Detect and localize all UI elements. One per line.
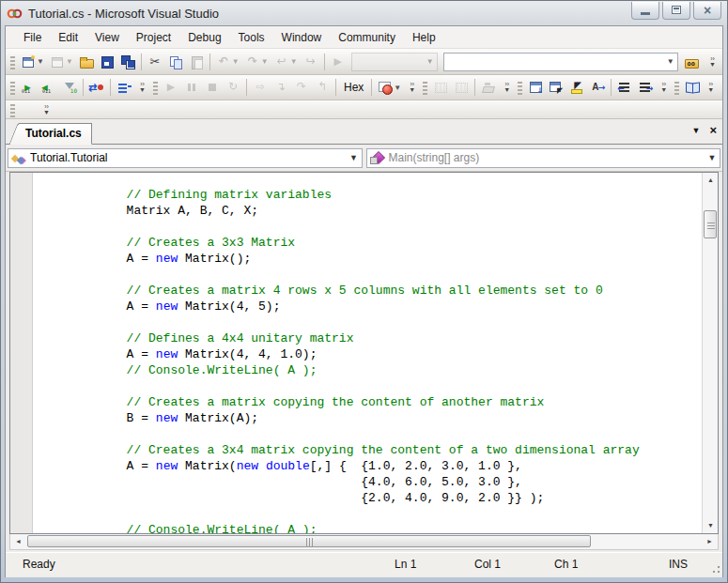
pointer-yellow-icon xyxy=(569,80,584,95)
chevron-down-icon: ▼ xyxy=(290,57,298,66)
breakpoints-toolbar-options-button[interactable]: ››▼ xyxy=(501,82,513,93)
vertical-scrollbar[interactable]: ▲ ▼ xyxy=(702,173,718,533)
menu-community[interactable]: Community xyxy=(330,28,404,47)
navigate-forward-button[interactable] xyxy=(302,53,320,71)
bookmarks-toolbar-options-button[interactable]: ››▼ xyxy=(705,82,717,93)
standard-toolbar-options-button[interactable]: ››▼ xyxy=(706,56,719,68)
chevron-down-icon[interactable]: ▼ xyxy=(705,153,720,162)
maximize-button[interactable] xyxy=(662,2,690,20)
scroll-left-icon[interactable]: ◄ xyxy=(10,534,26,549)
save-button[interactable] xyxy=(98,53,116,71)
menu-project[interactable]: Project xyxy=(128,28,179,47)
breakpoints-window-button[interactable] xyxy=(431,78,450,97)
redo-button[interactable]: ▼ xyxy=(243,53,271,71)
toggle-breakpoint-button[interactable] xyxy=(87,78,106,97)
cut-button[interactable] xyxy=(146,53,164,71)
resize-grip-icon[interactable] xyxy=(711,564,720,574)
class-icon xyxy=(11,150,26,165)
vertical-scrollbar-thumb[interactable] xyxy=(704,210,717,238)
undo-button[interactable]: ▼ xyxy=(214,53,241,71)
step-over-button[interactable] xyxy=(292,78,311,97)
show-next-statement-icon xyxy=(253,80,268,95)
copy-button[interactable] xyxy=(166,53,185,71)
find-combo[interactable]: ▼ xyxy=(443,53,678,71)
document-list-dropdown-icon[interactable]: ▼ xyxy=(691,126,700,135)
minimize-button[interactable] xyxy=(631,2,659,20)
select-pointer-button[interactable] xyxy=(567,78,586,97)
step-into-button[interactable] xyxy=(271,78,290,97)
bookmarks-button[interactable] xyxy=(683,78,702,97)
open-file-button[interactable] xyxy=(77,53,96,71)
font-button[interactable] xyxy=(588,78,607,97)
grid-icon xyxy=(433,80,448,95)
increase-indent-button[interactable] xyxy=(636,78,655,97)
break-all-button[interactable] xyxy=(182,78,201,97)
hex-arrow-in-button[interactable] xyxy=(19,78,38,97)
horizontal-scrollbar[interactable]: ◄ ► xyxy=(9,534,719,550)
menu-edit[interactable]: Edit xyxy=(50,28,86,47)
add-new-item-button[interactable]: ▼ xyxy=(48,53,75,71)
types-combo[interactable]: Tutorial.Tutorial ▼ xyxy=(8,148,363,168)
window-title: Tutorial.cs - Microsoft Visual Studio xyxy=(28,7,628,21)
menu-view[interactable]: View xyxy=(86,28,128,47)
scroll-right-icon[interactable]: ► xyxy=(702,534,718,549)
font-arrow-icon xyxy=(590,80,605,95)
filter-button[interactable] xyxy=(60,78,79,97)
scroll-down-icon[interactable]: ▼ xyxy=(703,518,719,533)
menu-window[interactable]: Window xyxy=(273,28,331,47)
eraser-icon xyxy=(481,80,496,95)
green-arrow-right-icon xyxy=(21,80,36,95)
members-combo[interactable]: Main(string[] args) ▼ xyxy=(366,148,721,168)
breakpoint-arrows-icon xyxy=(89,80,104,95)
code-line: // Defines a 4x4 unitary matrix xyxy=(39,330,702,346)
menu-help[interactable]: Help xyxy=(404,28,444,47)
layout-toolbar-options-button[interactable]: ››▼ xyxy=(658,82,670,93)
show-next-statement-button[interactable] xyxy=(251,78,270,97)
solution-configurations-combo[interactable]: ▼ xyxy=(351,53,438,71)
decrease-indent-button[interactable] xyxy=(615,78,634,97)
menu-debug[interactable]: Debug xyxy=(179,28,229,47)
stop-debugging-button[interactable] xyxy=(203,78,222,97)
code-line: // Creates a 3x4 matrix copying the cont… xyxy=(39,442,702,458)
toolbar-grip xyxy=(674,80,679,95)
continue-button[interactable] xyxy=(162,78,180,97)
horizontal-scrollbar-thumb[interactable] xyxy=(27,535,591,547)
close-document-icon[interactable]: × xyxy=(709,125,717,136)
text-editor-toolbar-options-button[interactable]: ››▼ xyxy=(40,104,53,115)
menu-file[interactable]: File xyxy=(15,28,50,47)
code-line xyxy=(39,315,702,330)
tab-tutorial-cs[interactable]: Tutorial.cs xyxy=(19,123,92,145)
status-column: Col 1 xyxy=(474,558,501,571)
status-message: Ready xyxy=(23,558,55,571)
debug-toolbar-options-button[interactable]: ››▼ xyxy=(406,82,418,93)
menu-tools[interactable]: Tools xyxy=(230,28,273,47)
group1-options-button[interactable]: ››▼ xyxy=(136,82,148,93)
chevron-down-icon[interactable]: ▼ xyxy=(424,57,437,66)
step-out-button[interactable] xyxy=(313,78,332,97)
code-editor[interactable]: // Defining matrix variables Matrix A, B… xyxy=(9,172,719,534)
hex-toggle-button[interactable]: Hex xyxy=(339,81,368,94)
code-line: // Console.WriteLine( A ); xyxy=(39,362,702,378)
window-cursor-button[interactable] xyxy=(547,78,565,97)
restart-button[interactable] xyxy=(224,78,242,97)
find-in-files-button[interactable] xyxy=(682,53,701,71)
code-area[interactable]: // Defining matrix variables Matrix A, B… xyxy=(33,173,702,533)
properties-window-button[interactable] xyxy=(526,78,545,97)
debug-target-button[interactable]: ▼ xyxy=(376,78,403,97)
start-debugging-button[interactable] xyxy=(329,53,348,71)
code-line xyxy=(39,219,702,235)
save-all-button[interactable] xyxy=(118,53,137,71)
close-button[interactable]: × xyxy=(693,2,721,20)
chevron-down-icon[interactable]: ▼ xyxy=(664,57,677,66)
hex-arrow-out-button[interactable] xyxy=(39,78,58,97)
code-line: // Creates a 3x3 Matrix xyxy=(39,235,702,251)
chevron-down-icon[interactable]: ▼ xyxy=(347,153,362,162)
immediate-window-button[interactable] xyxy=(452,78,471,97)
navigate-backward-button[interactable]: ▼ xyxy=(272,53,300,71)
format-list-button[interactable] xyxy=(115,78,133,97)
code-line xyxy=(39,378,702,394)
paste-button[interactable] xyxy=(187,53,206,71)
new-project-button[interactable]: ▼ xyxy=(19,53,46,71)
scroll-up-icon[interactable]: ▲ xyxy=(703,173,719,188)
delete-breakpoints-button[interactable] xyxy=(479,78,498,97)
